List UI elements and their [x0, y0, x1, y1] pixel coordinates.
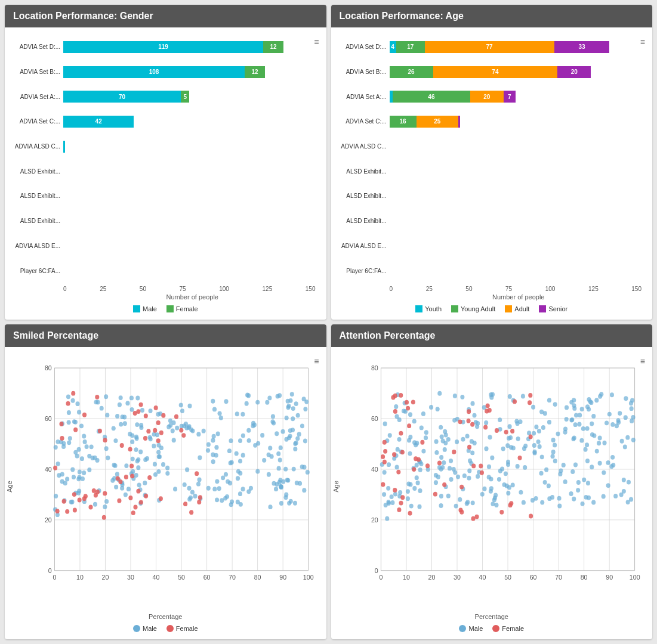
- attention-legend-female-dot: [492, 625, 499, 632]
- legend-male-label: Male: [143, 305, 157, 312]
- svg-text:50: 50: [504, 574, 511, 581]
- svg-point-84: [214, 453, 218, 458]
- bar-container: [63, 165, 316, 177]
- svg-point-607: [467, 476, 471, 481]
- svg-point-745: [442, 482, 446, 487]
- svg-point-324: [302, 465, 306, 470]
- svg-point-362: [73, 428, 78, 432]
- svg-point-144: [235, 411, 239, 416]
- svg-point-526: [412, 440, 417, 445]
- smiled-menu-icon[interactable]: ≡: [314, 357, 319, 366]
- svg-point-141: [279, 484, 283, 489]
- svg-point-210: [148, 435, 152, 440]
- bar-label: ALSD Exhibit...: [336, 193, 387, 199]
- svg-point-480: [594, 398, 599, 402]
- bar-segment: 12: [245, 66, 265, 78]
- svg-point-602: [624, 396, 628, 401]
- attention-y-label: Age: [332, 481, 340, 493]
- svg-point-297: [54, 445, 58, 450]
- svg-text:60: 60: [371, 414, 378, 422]
- svg-point-164: [104, 499, 109, 504]
- bar-label: ADVIA Set D:...: [10, 44, 60, 50]
- svg-point-766: [512, 399, 516, 404]
- svg-point-617: [469, 439, 473, 444]
- bar-row: ADVIA Set B:...267420: [390, 64, 642, 80]
- attention-legend-male: Male: [459, 625, 483, 632]
- svg-point-641: [514, 419, 519, 423]
- svg-point-775: [437, 460, 441, 465]
- svg-text:20: 20: [371, 516, 378, 524]
- svg-point-498: [408, 435, 412, 439]
- svg-point-100: [276, 451, 280, 456]
- svg-point-326: [265, 400, 269, 405]
- svg-point-529: [507, 436, 511, 441]
- svg-point-199: [256, 441, 260, 446]
- svg-point-120: [124, 493, 128, 497]
- attention-menu-icon[interactable]: ≡: [640, 357, 645, 366]
- svg-point-483: [490, 456, 494, 460]
- bar-segment: 20: [470, 91, 504, 103]
- svg-point-438: [539, 471, 543, 476]
- bar-segment: 4: [390, 41, 396, 53]
- legend-adult: Adult: [505, 305, 529, 312]
- svg-point-464: [625, 435, 630, 440]
- svg-point-638: [572, 497, 576, 501]
- bar-row: ALSD Exhibit...: [63, 213, 316, 230]
- svg-point-736: [483, 425, 488, 430]
- svg-point-635: [523, 444, 528, 448]
- bar-row: ALSD Exhibit...: [63, 188, 316, 205]
- svg-point-567: [394, 465, 399, 469]
- panel-attention-body: ≡ Age 0204060800102030405060708090100 Pe…: [331, 347, 653, 639]
- svg-point-776: [529, 514, 533, 519]
- svg-point-63: [292, 467, 296, 472]
- svg-point-761: [433, 492, 437, 497]
- bar-segment: 70: [63, 91, 181, 103]
- svg-point-689: [424, 430, 428, 435]
- svg-point-615: [556, 432, 560, 436]
- svg-point-376: [95, 490, 100, 494]
- svg-point-762: [479, 464, 483, 469]
- bar-label: ADVIA Set C:...: [336, 118, 387, 125]
- svg-point-772: [399, 393, 403, 398]
- bar-row: ADVIA ALSD C...: [390, 138, 642, 155]
- svg-point-712: [489, 477, 493, 482]
- svg-point-273: [129, 395, 134, 400]
- svg-point-279: [217, 486, 221, 491]
- svg-point-215: [67, 410, 71, 415]
- svg-point-614: [590, 432, 594, 437]
- svg-point-770: [528, 400, 532, 405]
- age-legend: Youth Young Adult Adult Senior: [336, 305, 648, 315]
- smiled-legend-female: Female: [166, 625, 198, 632]
- bar-container: 705: [63, 91, 316, 103]
- svg-point-238: [153, 462, 157, 467]
- svg-point-633: [591, 414, 596, 419]
- svg-point-516: [505, 460, 510, 465]
- bar-row: ALSD Exhibit...: [390, 213, 642, 230]
- svg-point-768: [393, 409, 397, 414]
- svg-point-637: [503, 471, 507, 476]
- svg-point-704: [489, 392, 493, 397]
- smiled-legend: Male Female: [10, 625, 322, 634]
- svg-point-558: [507, 394, 511, 399]
- svg-point-682: [421, 411, 425, 416]
- svg-point-344: [147, 475, 152, 480]
- svg-point-300: [75, 454, 79, 459]
- svg-point-103: [279, 445, 283, 450]
- svg-point-523: [423, 435, 427, 440]
- svg-point-272: [104, 394, 108, 399]
- svg-point-717: [583, 447, 587, 452]
- svg-point-384: [181, 433, 186, 438]
- bar-container: [63, 215, 316, 227]
- svg-point-724: [408, 482, 412, 487]
- svg-point-612: [572, 435, 576, 440]
- svg-point-293: [295, 481, 299, 485]
- svg-text:20: 20: [102, 574, 109, 581]
- svg-point-506: [382, 492, 386, 497]
- svg-point-119: [277, 466, 281, 471]
- svg-point-628: [536, 439, 540, 444]
- svg-text:80: 80: [580, 574, 587, 581]
- bar-container: [390, 190, 642, 202]
- svg-point-261: [90, 444, 94, 449]
- bar-container: 10812: [63, 66, 316, 78]
- svg-point-746: [508, 503, 512, 507]
